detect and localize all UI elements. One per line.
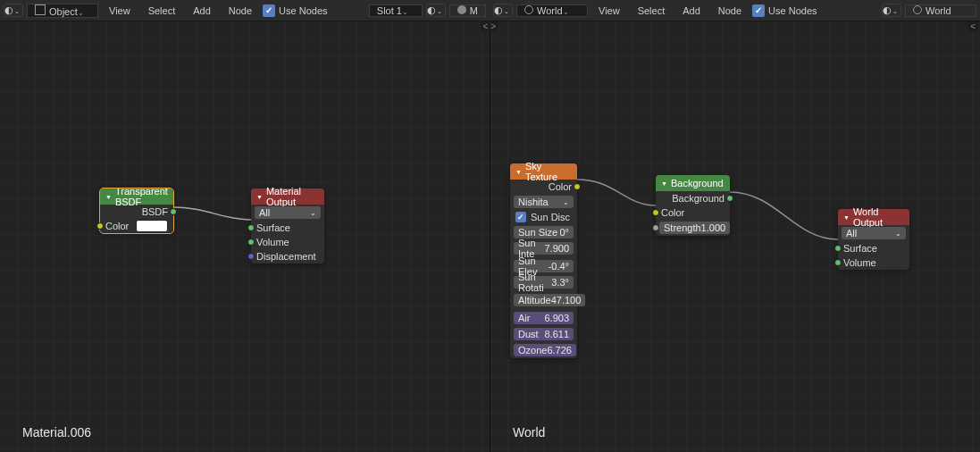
node-sky-texture[interactable]: ▼Sky Texture Color Nishita⌄ ✓Sun Disc Su… [510,163,577,358]
menu-select[interactable]: Select [631,5,673,16]
sky-type-dropdown[interactable]: Nishita⌄ [514,196,574,208]
socket-label: Color [105,221,129,231]
property-sun-inte[interactable]: Sun Inte7.900 [514,242,574,255]
sky-type-label: Nishita [518,197,549,207]
sun-disc-toggle[interactable]: ✓Sun Disc [510,210,577,224]
socket-dot[interactable] [247,239,255,246]
property-sun-elev[interactable]: Sun Elev-0.4° [514,260,574,272]
node-header[interactable]: ▼World Output [838,209,909,225]
splitter-arrows-icon[interactable]: < > [481,21,498,31]
target-label: All [259,207,270,218]
object-icon [35,4,46,15]
property-value: -0.4° [549,261,569,272]
property-sun-rotati[interactable]: Sun Rotati3.3° [514,276,574,289]
slot-label: Slot 1 [377,5,402,16]
property-dust[interactable]: Dust8.611 [514,328,574,340]
menu-view[interactable]: View [591,5,627,16]
property-value: 3.3° [551,277,569,288]
socket-input-displacement[interactable]: Displacement [251,249,324,264]
socket-label: Surface [843,243,877,254]
property-air[interactable]: Air6.903 [514,312,574,324]
menu-add[interactable]: Add [186,5,218,16]
target-dropdown[interactable]: All⌄ [255,206,321,219]
menu-node[interactable]: Node [711,5,749,16]
node-world-output[interactable]: ▼World Output All⌄ Surface Volume [838,209,909,270]
material-icon [457,5,466,14]
use-nodes-toggle[interactable]: ✓Use Nodes [263,4,327,17]
node-header[interactable]: ▼Sky Texture [510,163,577,180]
editor-datablock-label: World [513,425,545,439]
socket-dot[interactable] [652,224,659,231]
world-icon [524,5,533,14]
socket-input-surface[interactable]: Surface [251,221,324,235]
header-right: ◐⌄ World⌄ View Select Add Node ✓Use Node… [490,0,980,21]
property-ozone[interactable]: Ozone6.726 [514,344,576,356]
socket-output-color[interactable]: Color [510,180,577,194]
socket-dot[interactable] [652,209,659,216]
menu-node[interactable]: Node [222,5,259,16]
sidebar-toggle-icon[interactable]: < [967,21,978,31]
socket-dot[interactable] [726,195,733,202]
use-nodes-toggle[interactable]: ✓Use Nodes [752,4,817,17]
world-name-field[interactable]: World [905,4,976,17]
editor-type-dropdown[interactable]: ◐⌄ [4,4,23,17]
socket-dot[interactable] [834,259,842,266]
node-editor-material[interactable]: < > ▼Transparent BSDF BSDF Color ▼Materi… [0,21,490,452]
color-swatch[interactable] [136,220,168,232]
use-nodes-label: Use Nodes [279,5,327,16]
node-title: Background [671,178,724,188]
editor-type-dropdown[interactable]: ◐⌄ [493,4,513,17]
socket-dot[interactable] [170,208,177,215]
socket-output-background[interactable]: Background [656,191,730,205]
editor-datablock-label: Material.006 [22,425,91,439]
property-label: Air [518,313,544,323]
target-dropdown[interactable]: All⌄ [842,227,906,239]
socket-label: Color [549,181,572,192]
shader-mode-dropdown[interactable]: Object⌄ [27,4,98,18]
node-transparent-bsdf[interactable]: ▼Transparent BSDF BSDF Color [100,188,173,233]
strength-field[interactable]: Strength1.000 [659,222,730,234]
socket-dot[interactable] [834,245,842,252]
socket-label: Background [672,193,725,204]
material-name-field[interactable]: M [449,4,486,17]
menu-view[interactable]: View [102,5,138,16]
socket-dot[interactable] [247,224,255,231]
property-value: 47.100 [551,295,582,306]
socket-output-bsdf[interactable]: BSDF [100,205,173,219]
socket-dot[interactable] [96,222,104,230]
strength-value: 1.000 [701,222,726,233]
menu-select[interactable]: Select [141,5,183,16]
property-value: 8.611 [544,329,569,339]
node-background[interactable]: ▼Background Background Color Strength1.0… [656,175,730,236]
world-browse-dropdown[interactable]: ◐⌄ [882,4,901,17]
socket-input-volume[interactable]: Volume [251,235,324,249]
socket-input-volume[interactable]: Volume [838,255,909,270]
material-browse-dropdown[interactable]: ◐⌄ [426,4,446,17]
shader-mode-dropdown[interactable]: World⌄ [516,4,588,17]
socket-input-surface[interactable]: Surface [838,241,909,255]
property-label: Dust [518,329,544,339]
socket-input-color[interactable]: Color [100,219,173,233]
property-value: 7.900 [544,243,569,254]
property-value: 0° [559,227,569,238]
header-left: ◐⌄ Object⌄ View Select Add Node ✓Use Nod… [0,0,490,21]
node-material-output[interactable]: ▼Material Output All⌄ Surface Volume Dis… [251,188,324,264]
slot-dropdown[interactable]: Slot 1⌄ [369,4,423,17]
property-altitude[interactable]: Altitude47.100 [514,294,585,306]
target-label: All [846,228,857,239]
mode-label: Object [49,6,78,17]
node-header[interactable]: ▼Background [656,175,730,191]
node-editor-world[interactable]: < ▼Sky Texture Color Nishita⌄ ✓Sun Disc … [490,21,980,452]
world-field-label: World [926,5,951,16]
socket-dot[interactable] [574,183,581,190]
socket-label: Surface [256,222,290,233]
menu-add[interactable]: Add [675,5,708,16]
checkbox-icon: ✓ [515,212,526,222]
node-header[interactable]: ▼Transparent BSDF [100,188,173,205]
socket-label: Volume [256,237,289,247]
socket-dot[interactable] [247,253,255,260]
world-icon [913,5,922,14]
node-header[interactable]: ▼Material Output [251,188,324,205]
socket-input-color[interactable]: Color [656,205,730,220]
property-sun-size[interactable]: Sun Size0° [514,226,574,239]
